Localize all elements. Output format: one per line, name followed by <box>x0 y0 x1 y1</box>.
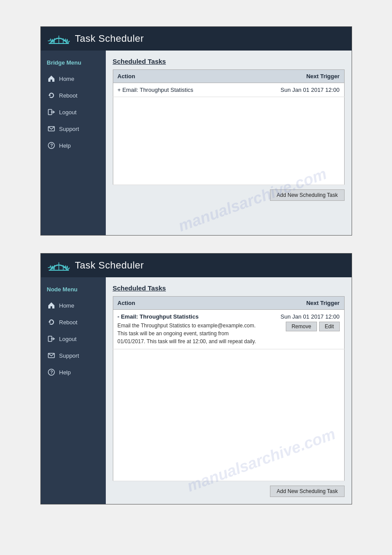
sidebar-2-item-help[interactable]: ? Help <box>41 364 106 381</box>
panel-2-main: Scheduled Tasks Action Next Trigger - Em… <box>106 277 352 504</box>
sidebar-item-home[interactable]: Home <box>41 70 106 87</box>
sidebar-2-item-logout[interactable]: Logout <box>41 330 106 347</box>
scheduled-tasks-heading-2: Scheduled Tasks <box>113 284 345 292</box>
support-icon <box>47 124 56 133</box>
logout-icon-2 <box>47 334 56 343</box>
add-task-button-2[interactable]: Add New Scheduling Task <box>270 486 344 497</box>
table-row: + Email: Throughput Statistics Sun Jan 0… <box>113 83 344 97</box>
panel-1-main: Scheduled Tasks Action Next Trigger + Em… <box>106 51 352 235</box>
panel-2-header: Task Scheduler <box>41 254 352 277</box>
col-trigger-2: Next Trigger <box>272 297 344 310</box>
logo-icon-2 <box>48 258 70 273</box>
panel-1-header: Task Scheduler <box>41 27 352 51</box>
add-task-row-1: Add New Scheduling Task <box>113 189 345 201</box>
sidebar-2-item-logout-label: Logout <box>59 336 77 342</box>
panel-2-menu-title: Node Menu <box>41 283 106 297</box>
logo-icon <box>48 31 70 46</box>
col-action-2: Action <box>113 297 272 310</box>
sidebar-2-item-home-label: Home <box>59 302 75 309</box>
support-icon-2 <box>47 351 56 360</box>
sidebar-2-item-reboot-label: Reboot <box>59 319 78 326</box>
sidebar-item-support-label: Support <box>59 126 79 132</box>
panel-1: Task Scheduler Bridge Menu Home <box>40 26 352 236</box>
sidebar-item-logout[interactable]: Logout <box>41 104 106 120</box>
table-row-empty <box>113 97 344 185</box>
col-action-1: Action <box>113 70 241 83</box>
sidebar-item-reboot[interactable]: Reboot <box>41 87 106 104</box>
panel-1-title: Task Scheduler <box>75 33 144 44</box>
sidebar-2-item-support[interactable]: Support <box>41 347 106 364</box>
sidebar-2-item-home[interactable]: Home <box>41 297 106 314</box>
panel-1-body: Bridge Menu Home Reboot <box>41 51 352 235</box>
task-trigger-value-2: Sun Jan 01 2017 12:00 <box>276 313 339 320</box>
home-icon <box>47 74 56 83</box>
empty-area-1 <box>113 97 344 185</box>
sidebar-2-item-reboot[interactable]: Reboot <box>41 314 106 330</box>
panel-2-sidebar: Node Menu Home Reboot <box>41 277 106 504</box>
task-description-2: Email the Throughput Statistics to examp… <box>118 322 258 345</box>
empty-area-2 <box>113 349 344 481</box>
sidebar-2-item-support-label: Support <box>59 352 79 359</box>
scheduled-tasks-heading-1: Scheduled Tasks <box>113 58 345 65</box>
task-trigger-1: Sun Jan 01 2017 12:00 <box>241 83 344 97</box>
sidebar-2-item-help-label: Help <box>59 369 71 376</box>
add-task-button-1[interactable]: Add New Scheduling Task <box>270 189 344 201</box>
panel-2-body: Node Menu Home Reboot <box>41 277 352 504</box>
tasks-table-1: Action Next Trigger + Email: Throughput … <box>113 69 345 185</box>
table-row-empty-2 <box>113 349 344 481</box>
sidebar-item-home-label: Home <box>59 76 75 82</box>
panel-2: Task Scheduler Node Menu Home <box>40 253 352 504</box>
panel-1-menu-title: Bridge Menu <box>41 57 106 70</box>
sidebar-item-reboot-label: Reboot <box>59 92 78 99</box>
table-row-expanded: - Email: Throughput Statistics Email the… <box>113 310 344 349</box>
help-icon: ? <box>47 141 56 150</box>
panel-2-title: Task Scheduler <box>75 260 144 271</box>
col-trigger-1: Next Trigger <box>241 70 344 83</box>
task-action-title-2: - Email: Throughput Statistics <box>118 313 268 320</box>
svg-text:?: ? <box>50 143 53 148</box>
task-action-1: + Email: Throughput Statistics <box>113 83 241 97</box>
sidebar-item-logout-label: Logout <box>59 109 77 116</box>
tasks-table-2: Action Next Trigger - Email: Throughput … <box>113 296 345 481</box>
sidebar-item-help[interactable]: ? Help <box>41 137 106 154</box>
reboot-icon <box>47 91 56 100</box>
remove-button[interactable]: Remove <box>286 322 317 331</box>
edit-button[interactable]: Edit <box>319 322 340 331</box>
panel-1-sidebar: Bridge Menu Home Reboot <box>41 51 106 235</box>
home-icon-2 <box>47 301 56 310</box>
svg-text:?: ? <box>50 370 53 375</box>
task-action-detail-2: - Email: Throughput Statistics Email the… <box>113 310 272 349</box>
logout-icon <box>47 108 56 116</box>
reboot-icon-2 <box>47 318 56 326</box>
sidebar-item-support[interactable]: Support <box>41 120 106 137</box>
add-task-row-2: Add New Scheduling Task <box>113 486 345 497</box>
task-actions-2: Remove Edit <box>276 322 339 331</box>
sidebar-item-help-label: Help <box>59 142 71 149</box>
task-trigger-detail-2: Sun Jan 01 2017 12:00 Remove Edit <box>272 310 344 349</box>
help-icon-2: ? <box>47 368 56 377</box>
